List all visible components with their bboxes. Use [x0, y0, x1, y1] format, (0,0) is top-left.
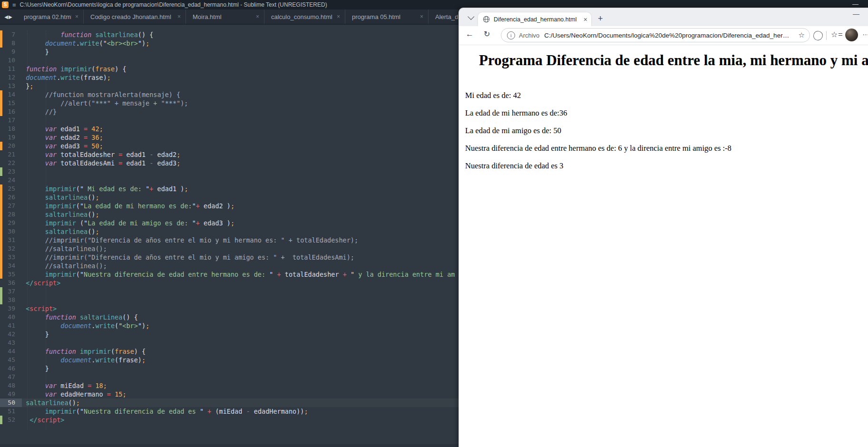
line-number: 39 [0, 304, 22, 313]
diff-modified-marker [0, 202, 2, 210]
address-url[interactable]: C:/Users/NeoKorn/Documents/logica%20de%2… [544, 32, 794, 39]
sublime-tab-label: Alerta_dif [435, 13, 461, 20]
line-number: 46 [0, 364, 22, 373]
line-number: 20 [0, 142, 22, 150]
line-number: 11 [0, 65, 22, 73]
line-number: 24 [0, 176, 22, 185]
line-number: 41 [0, 321, 22, 330]
diff-modified-marker [0, 227, 2, 236]
chevron-down-icon [468, 13, 474, 20]
output-paragraph: La edad de mi amigo es de: 50 [465, 126, 868, 136]
diff-modified-marker [0, 253, 2, 262]
line-number: 8 [0, 39, 22, 48]
line-number: 45 [0, 356, 22, 364]
tab-search-button[interactable] [466, 12, 477, 23]
tab-close-icon[interactable]: × [584, 16, 587, 23]
line-number: 27 [0, 202, 22, 210]
new-tab-button[interactable]: + [598, 14, 603, 23]
line-number: 48 [0, 381, 22, 390]
line-number: 31 [0, 236, 22, 244]
menu-icon[interactable]: ≡ [12, 2, 16, 8]
output-paragraph: Mi edad es de: 42 [465, 90, 868, 100]
favorites-lines-icon [839, 33, 842, 36]
diff-modified-marker [0, 270, 2, 279]
sublime-tab[interactable]: programa 05.html× [345, 10, 429, 24]
output-paragraph: La edad de mi hermano es de:36 [465, 108, 868, 118]
browser-minimize-button[interactable]: — [853, 10, 859, 18]
profile-avatar[interactable] [845, 29, 858, 41]
browser-toolbar: ← ↻ i Archivo C:/Users/NeoKorn/Documents… [459, 26, 868, 45]
diff-modified-marker [0, 39, 2, 48]
tab-close-icon[interactable]: × [420, 13, 423, 20]
line-number: 47 [0, 373, 22, 381]
output-paragraph: Nuestra diferencia de edad es 3 [465, 161, 868, 171]
browser-window: Diferencia_edad_hermano.html × + — ← ↻ i… [458, 8, 868, 447]
line-number: 26 [0, 193, 22, 202]
diff-added-marker [0, 167, 2, 176]
browser-essentials-icon[interactable] [813, 31, 823, 40]
sublime-tab[interactable]: Moira.html× [186, 10, 264, 24]
line-number: 51 [0, 407, 22, 416]
diff-added-marker [0, 296, 2, 304]
sublime-tab[interactable]: programa 02.html× [17, 10, 84, 24]
line-number: 21 [0, 150, 22, 159]
line-number: 43 [0, 339, 22, 347]
output-paragraph: Nuestra diferencia de edad entre hermano… [465, 143, 868, 153]
tab-close-icon[interactable]: × [75, 13, 78, 20]
line-number: 12 [0, 73, 22, 82]
diff-modified-marker [0, 185, 2, 193]
browser-tab-active[interactable]: Diferencia_edad_hermano.html × [478, 12, 591, 26]
diff-modified-marker [0, 193, 2, 202]
line-number: 22 [0, 159, 22, 167]
settings-more-button[interactable]: … [862, 29, 868, 37]
back-button[interactable]: ← [466, 29, 474, 39]
line-number: 37 [0, 287, 22, 296]
diff-modified-marker [0, 107, 2, 116]
sublime-tab[interactable]: calculo_consumo.html× [264, 10, 345, 24]
line-number: 44 [0, 347, 22, 356]
diff-modified-marker [0, 244, 2, 253]
diff-modified-marker [0, 236, 2, 244]
diff-modified-marker [0, 262, 2, 270]
line-number: 30 [0, 227, 22, 236]
sublime-tab-label: Codigo creado Jhonatan.html [90, 13, 171, 20]
refresh-button[interactable]: ↻ [484, 29, 490, 39]
line-number: 10 [0, 56, 22, 65]
line-number: 14 [0, 90, 22, 99]
line-number: 33 [0, 253, 22, 262]
diff-modified-marker [0, 210, 2, 219]
address-scheme-label: Archivo [519, 32, 539, 39]
tab-close-icon[interactable]: × [256, 13, 259, 20]
line-number: 49 [0, 390, 22, 398]
page-heading: Programa Diferencia de edad entre la mia… [479, 52, 868, 69]
address-bar[interactable]: i Archivo C:/Users/NeoKorn/Documents/log… [501, 28, 810, 42]
tab-close-icon[interactable]: × [337, 13, 340, 20]
sublime-tab[interactable]: Codigo creado Jhonatan.html× [84, 10, 186, 24]
sublime-tabs: programa 02.html×Codigo creado Jhonatan.… [17, 10, 500, 24]
sublime-tab-label: Moira.html [193, 13, 222, 20]
sublime-logo-icon: S [2, 1, 9, 8]
line-number: 28 [0, 210, 22, 219]
favorites-button[interactable]: ☆ [831, 30, 842, 39]
diff-added-marker [0, 287, 2, 296]
browser-tabstrip: Diferencia_edad_hermano.html × + — [459, 8, 868, 26]
sublime-tab-label: programa 02.html [24, 13, 71, 20]
line-number: 42 [0, 330, 22, 339]
diff-modified-marker [0, 30, 2, 39]
toolbar-divider [826, 31, 827, 40]
line-number: 19 [0, 133, 22, 142]
tab-close-icon[interactable]: × [177, 13, 181, 20]
line-number: 50 [0, 398, 22, 407]
line-number: 17 [0, 116, 22, 125]
page-info-icon[interactable]: i [507, 31, 515, 39]
tab-scroll-arrows[interactable]: ◀▶ [0, 10, 17, 24]
line-number: 7 [0, 30, 22, 39]
line-number: 29 [0, 219, 22, 227]
line-number: 32 [0, 244, 22, 253]
line-number: 38 [0, 296, 22, 304]
sublime-minimize-button[interactable]: — [852, 0, 858, 8]
sublime-tab-label: calculo_consumo.html [271, 13, 332, 20]
browser-tab-title: Diferencia_edad_hermano.html [494, 16, 581, 23]
favorite-star-icon[interactable]: ☆ [799, 31, 805, 39]
line-number: 40 [0, 313, 22, 321]
